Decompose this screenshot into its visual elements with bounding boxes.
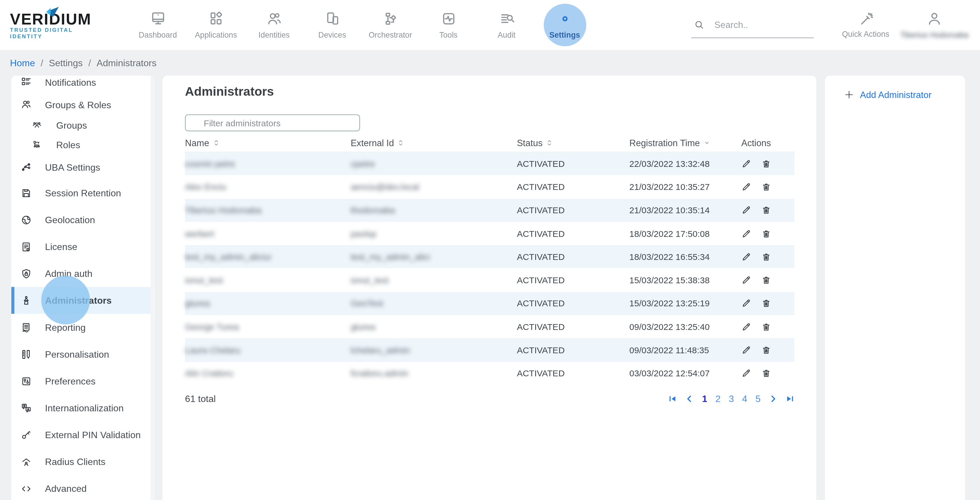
nav-label: Orchestrator [369, 30, 412, 39]
sidebar-item-personalisation[interactable]: Personalisation [11, 341, 155, 368]
add-administrator-label: Add Administrator [860, 90, 932, 100]
sidebar-item-uba-settings[interactable]: UBA Settings [11, 154, 155, 179]
delete-button[interactable] [761, 368, 771, 378]
nav-item-audit[interactable]: Audit [477, 3, 536, 48]
edit-button[interactable] [741, 368, 751, 378]
column-header-status[interactable]: Status [517, 138, 629, 148]
edit-button[interactable] [741, 298, 751, 308]
delete-button[interactable] [761, 228, 771, 238]
veridium-logo[interactable]: VERIDIUM TRUSTED DIGITAL IDENTITY [10, 11, 103, 39]
cell-registration-time: 21/03/2022 10:35:27 [629, 182, 741, 192]
edit-button[interactable] [741, 159, 751, 169]
sidebar-item-radius-clients[interactable]: Radius Clients [11, 448, 155, 475]
delete-icon [761, 275, 771, 285]
sidebar-item-administrators[interactable]: Administrators [11, 287, 155, 314]
table-row: gtureaGeoTestACTIVATED15/03/2022 13:25:1… [185, 292, 794, 315]
pagination-prev-button[interactable] [685, 394, 694, 403]
sidebar-item-session-retention[interactable]: Session Retention [11, 179, 155, 206]
nav-label: Settings [549, 30, 580, 39]
edit-icon [741, 182, 751, 192]
nav-item-settings[interactable]: Settings [536, 3, 593, 48]
pagination-last-button[interactable] [786, 394, 794, 403]
sidebar-item-groups-roles[interactable]: Groups & Roles [11, 93, 155, 116]
table-row: test_my_admin_aliciuitest_my_admin_alici… [185, 245, 794, 268]
sidebar-item-advanced[interactable]: Advanced [11, 475, 155, 500]
add-administrator-button[interactable]: Add Administrator [844, 89, 965, 100]
nav-item-applications[interactable]: Applications [187, 3, 245, 48]
cell-actions [741, 368, 794, 378]
sidebar-item-label: Groups [56, 119, 87, 130]
delete-button[interactable] [761, 345, 771, 355]
cell-external-id: thodoroaba [351, 205, 517, 215]
sidebar-item-roles[interactable]: Roles [11, 134, 155, 154]
sidebar-item-geolocation[interactable]: Geolocation [11, 206, 155, 233]
pagination-page-4[interactable]: 4 [742, 393, 747, 404]
delete-button[interactable] [761, 205, 771, 215]
delete-button[interactable] [761, 252, 771, 262]
nav-item-identities[interactable]: Identities [245, 3, 303, 48]
edit-button[interactable] [741, 275, 751, 285]
personalisation-icon [21, 349, 32, 360]
pagination-page-1[interactable]: 1 [702, 393, 707, 404]
column-header-registration-time[interactable]: Registration Time [629, 138, 741, 148]
license-icon [21, 241, 32, 252]
table-row: Alin Craitorufcraitoru.adminACTIVATED03/… [185, 362, 794, 385]
nav-label: Audit [498, 30, 515, 39]
filter-administrators-input[interactable] [185, 115, 360, 131]
delete-button[interactable] [761, 298, 771, 308]
pagination-first-button[interactable] [668, 394, 677, 403]
cell-name: cosmin petre [185, 159, 351, 169]
sort-both-icon [213, 139, 219, 147]
table-row: George TureagtureaACTIVATED09/03/2022 13… [185, 315, 794, 338]
delete-button[interactable] [761, 322, 771, 332]
cell-status: ACTIVATED [517, 205, 629, 215]
nav-label: Dashboard [139, 30, 177, 39]
user-name: Tiberius Hodoroaba [900, 30, 968, 39]
breadcrumb-settings[interactable]: Settings [49, 57, 83, 68]
breadcrumb-separator: / [41, 57, 43, 68]
breadcrumb: Home / Settings / Administrators [10, 50, 156, 76]
pagination-next-button[interactable] [769, 394, 778, 403]
edit-button[interactable] [741, 182, 751, 192]
edit-button[interactable] [741, 252, 751, 262]
advanced-icon [21, 483, 32, 494]
cell-status: ACTIVATED [517, 368, 629, 378]
column-header-external-id[interactable]: External Id [351, 138, 517, 148]
cell-name: Tiberius Hodoroaba [185, 205, 351, 215]
sidebar-item-groups[interactable]: Groups [11, 116, 155, 134]
edit-button[interactable] [741, 345, 751, 355]
delete-button[interactable] [761, 182, 771, 192]
breadcrumb-home[interactable]: Home [10, 57, 35, 68]
search-box[interactable] [691, 12, 814, 38]
nav-item-devices[interactable]: Devices [303, 3, 361, 48]
primary-nav: DashboardApplicationsIdentitiesDevicesOr… [129, 3, 593, 48]
user-menu[interactable]: Tiberius Hodoroaba [900, 11, 969, 39]
pagination-page-2[interactable]: 2 [716, 393, 721, 404]
pagination-page-3[interactable]: 3 [729, 393, 734, 404]
nav-item-tools[interactable]: Tools [419, 3, 477, 48]
pagination-page-5[interactable]: 5 [756, 393, 760, 404]
sidebar-item-notifications[interactable]: Notifications [11, 76, 155, 93]
sidebar-item-reporting[interactable]: Reporting [11, 314, 155, 341]
delete-button[interactable] [761, 275, 771, 285]
sidebar-scrollbar[interactable] [151, 76, 155, 500]
edit-button[interactable] [741, 322, 751, 332]
cell-registration-time: 09/03/2022 11:48:35 [629, 345, 741, 355]
nav-item-orchestrator[interactable]: Orchestrator [361, 3, 419, 48]
sidebar-item-preferences[interactable]: Preferences [11, 368, 155, 394]
edit-button[interactable] [741, 205, 751, 215]
sidebar-item-internationalization[interactable]: Internationalization [11, 394, 155, 421]
edit-button[interactable] [741, 228, 751, 238]
sidebar-item-external-pin-validation[interactable]: External PIN Validation [11, 421, 155, 448]
sidebar-item-label: Geolocation [45, 214, 95, 225]
nav-item-dashboard[interactable]: Dashboard [129, 3, 187, 48]
nav-label: Devices [318, 30, 346, 39]
cell-status: ACTIVATED [517, 298, 629, 308]
quick-actions-button[interactable]: Quick Actions [831, 11, 900, 39]
sidebar-item-license[interactable]: License [11, 233, 155, 260]
sidebar-item-admin-auth[interactable]: Admin auth [11, 260, 155, 287]
column-header-name[interactable]: Name [185, 138, 351, 148]
delete-button[interactable] [761, 159, 771, 169]
search-input[interactable] [713, 19, 803, 30]
cell-name: ionut_test [185, 275, 351, 285]
